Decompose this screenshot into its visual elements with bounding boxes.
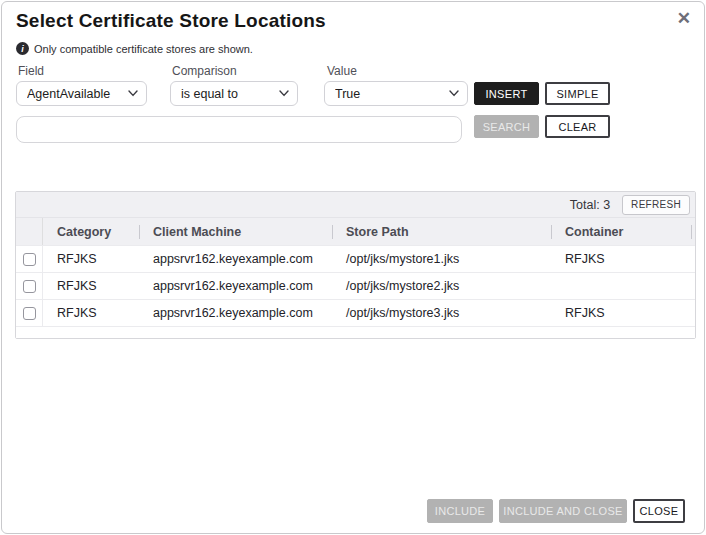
close-icon[interactable]: ✕ [677,9,691,29]
dialog-footer: INCLUDE INCLUDE AND CLOSE CLOSE [427,499,685,523]
cell-category: RFJKS [43,306,139,320]
table-footer [16,326,695,338]
table-header-row: Category Client Machine Store Path Conta… [16,218,695,245]
table-row[interactable]: RFJKS appsrvr162.keyexample.com /opt/jks… [16,245,695,272]
insert-button[interactable]: INSERT [474,82,539,105]
simple-button[interactable]: SIMPLE [545,82,610,105]
total-count: Total: 3 [570,198,610,212]
info-text: Only compatible certificate stores are s… [34,43,253,55]
cell-container: RFJKS [551,252,695,266]
row-checkbox[interactable] [23,280,36,293]
search-button[interactable]: SEARCH [474,115,539,138]
row-checkbox[interactable] [23,307,36,320]
value-label: Value [327,64,357,78]
column-header-store-path: Store Path [332,225,551,239]
field-label: Field [18,64,44,78]
cell-client-machine: appsrvr162.keyexample.com [139,279,332,293]
comparison-select-wrap: is equal to [170,81,298,106]
column-header-client-machine: Client Machine [139,225,332,239]
clear-button[interactable]: CLEAR [545,115,610,138]
certificate-store-table: Total: 3 REFRESH Category Client Machine… [15,191,696,339]
refresh-button[interactable]: REFRESH [622,195,690,215]
comparison-select[interactable]: is equal to [170,81,298,106]
info-banner: i Only compatible certificate stores are… [16,42,253,55]
comparison-label: Comparison [172,64,237,78]
row-checkbox-cell [16,273,43,299]
row-checkbox-cell [16,246,43,272]
field-select[interactable]: AgentAvailable [16,81,147,106]
select-certificate-store-dialog: Select Certificate Store Locations ✕ i O… [1,1,705,534]
column-header-container: Container [551,225,695,239]
close-button[interactable]: CLOSE [633,499,685,523]
cell-client-machine: appsrvr162.keyexample.com [139,306,332,320]
table-row[interactable]: RFJKS appsrvr162.keyexample.com /opt/jks… [16,299,695,326]
row-checkbox-cell [16,300,43,326]
value-select[interactable]: True [324,81,468,106]
cell-category: RFJKS [43,252,139,266]
include-and-close-button[interactable]: INCLUDE AND CLOSE [499,499,627,523]
include-button[interactable]: INCLUDE [427,499,493,523]
cell-container: RFJKS [551,306,695,320]
checkbox-column-header [16,218,43,245]
query-input[interactable] [16,116,462,143]
cell-store-path: /opt/jks/mystore3.jks [332,306,551,320]
cell-store-path: /opt/jks/mystore2.jks [332,279,551,293]
value-select-wrap: True [324,81,468,106]
row-checkbox[interactable] [23,253,36,266]
info-icon: i [16,42,29,55]
cell-store-path: /opt/jks/mystore1.jks [332,252,551,266]
cell-client-machine: appsrvr162.keyexample.com [139,252,332,266]
page-title: Select Certificate Store Locations [16,10,326,32]
column-header-category: Category [43,225,139,239]
table-toolbar: Total: 3 REFRESH [16,192,695,218]
table-row[interactable]: RFJKS appsrvr162.keyexample.com /opt/jks… [16,272,695,299]
field-select-wrap: AgentAvailable [16,81,147,106]
cell-category: RFJKS [43,279,139,293]
